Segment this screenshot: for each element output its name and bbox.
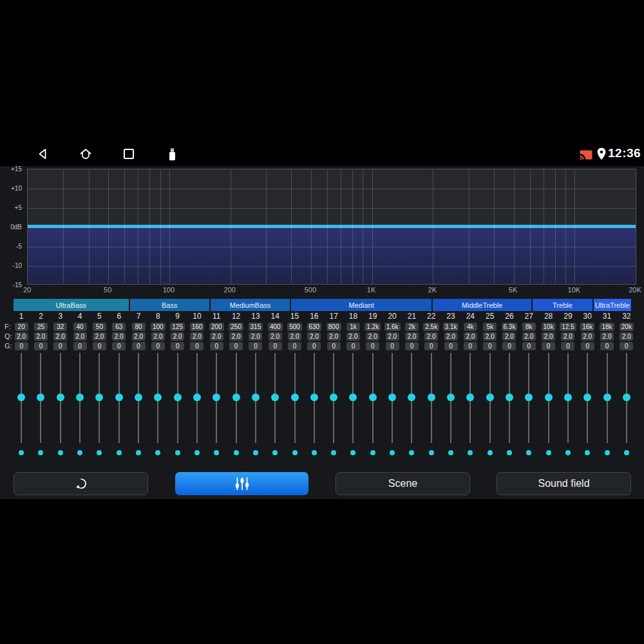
q-value[interactable]: 2.0	[210, 332, 223, 341]
slider-knob[interactable]	[135, 393, 142, 401]
g-value[interactable]: 0	[34, 342, 48, 350]
g-value[interactable]: 0	[73, 342, 87, 350]
slider-dot-indicator[interactable]	[390, 450, 395, 455]
q-value[interactable]: 2.0	[34, 332, 48, 341]
reset-button[interactable]	[14, 472, 148, 495]
f-value[interactable]: 630	[307, 323, 322, 331]
q-value[interactable]: 2.0	[464, 332, 477, 341]
slider-dot-indicator[interactable]	[175, 450, 180, 455]
f-value[interactable]: 10k	[542, 323, 556, 331]
slider-dot-indicator[interactable]	[350, 450, 355, 455]
q-value[interactable]: 2.0	[132, 332, 146, 341]
g-value[interactable]: 0	[132, 342, 146, 350]
gain-slider[interactable]	[265, 353, 285, 443]
f-value[interactable]: 63	[112, 323, 126, 331]
g-value[interactable]: 0	[269, 342, 282, 350]
recents-icon[interactable]	[122, 147, 136, 161]
gain-slider[interactable]	[324, 353, 343, 443]
slider-dot-indicator[interactable]	[585, 450, 590, 455]
g-value[interactable]: 0	[307, 342, 321, 350]
q-value[interactable]: 2.0	[483, 332, 497, 341]
slider-dot-indicator[interactable]	[468, 450, 473, 455]
f-value[interactable]: 16k	[580, 323, 594, 331]
slider-knob[interactable]	[466, 393, 474, 401]
f-value[interactable]: 2k	[405, 323, 419, 331]
slider-knob[interactable]	[545, 393, 553, 401]
sound-field-button[interactable]: Sound field	[497, 472, 631, 495]
g-value[interactable]: 0	[405, 342, 419, 350]
slider-knob[interactable]	[17, 393, 25, 401]
g-value[interactable]: 0	[424, 342, 438, 350]
q-value[interactable]: 2.0	[171, 332, 184, 341]
g-value[interactable]: 0	[483, 342, 497, 350]
q-value[interactable]: 2.0	[405, 332, 419, 341]
f-value[interactable]: 20	[15, 323, 28, 331]
q-value[interactable]: 2.0	[542, 332, 555, 341]
gain-slider[interactable]	[597, 353, 616, 443]
slider-dot-indicator[interactable]	[507, 450, 512, 455]
f-value[interactable]: 500	[287, 323, 302, 331]
f-value[interactable]: 50	[93, 323, 106, 331]
g-value[interactable]: 0	[464, 342, 477, 350]
gain-slider[interactable]	[617, 353, 636, 443]
q-value[interactable]: 2.0	[112, 332, 126, 341]
q-value[interactable]: 2.0	[366, 332, 379, 341]
q-value[interactable]: 2.0	[502, 332, 516, 341]
slider-dot-indicator[interactable]	[214, 450, 219, 455]
q-value[interactable]: 2.0	[522, 332, 536, 341]
gain-slider[interactable]	[441, 353, 460, 443]
q-value[interactable]: 2.0	[93, 332, 106, 341]
slider-knob[interactable]	[174, 393, 182, 401]
q-value[interactable]: 2.0	[327, 332, 341, 341]
g-value[interactable]: 0	[229, 342, 243, 350]
f-value[interactable]: 1.6k	[384, 323, 401, 331]
f-value[interactable]: 6.3k	[502, 323, 518, 331]
slider-knob[interactable]	[388, 393, 396, 401]
gain-slider[interactable]	[285, 353, 304, 443]
gain-slider[interactable]	[383, 353, 402, 443]
slider-knob[interactable]	[252, 393, 260, 401]
g-value[interactable]: 0	[327, 342, 341, 350]
g-value[interactable]: 0	[522, 342, 536, 350]
gain-slider[interactable]	[363, 353, 383, 443]
back-icon[interactable]	[36, 147, 50, 161]
gain-slider[interactable]	[422, 353, 441, 443]
f-value[interactable]: 125	[170, 323, 185, 331]
q-value[interactable]: 2.0	[190, 332, 204, 341]
f-value[interactable]: 250	[229, 323, 243, 331]
gain-slider[interactable]	[343, 353, 363, 443]
equalizer-button[interactable]	[175, 472, 308, 495]
f-value[interactable]: 1k	[346, 323, 360, 331]
gain-slider[interactable]	[129, 353, 148, 443]
gain-slider[interactable]	[460, 353, 480, 443]
slider-knob[interactable]	[623, 393, 630, 401]
f-value[interactable]: 400	[268, 323, 283, 331]
g-value[interactable]: 0	[620, 342, 633, 350]
gain-slider[interactable]	[226, 353, 245, 443]
q-value[interactable]: 2.0	[73, 332, 87, 341]
slider-knob[interactable]	[564, 393, 572, 401]
slider-knob[interactable]	[349, 393, 357, 401]
f-value[interactable]: 4k	[464, 323, 477, 331]
slider-knob[interactable]	[310, 393, 318, 401]
home-icon[interactable]	[79, 147, 93, 161]
slider-dot-indicator[interactable]	[136, 450, 141, 455]
slider-dot-indicator[interactable]	[97, 450, 102, 455]
slider-dot-indicator[interactable]	[58, 450, 63, 455]
g-value[interactable]: 0	[346, 342, 360, 350]
slider-dot-indicator[interactable]	[194, 450, 200, 455]
f-value[interactable]: 800	[327, 323, 341, 331]
slider-knob[interactable]	[447, 393, 455, 401]
slider-dot-indicator[interactable]	[488, 450, 493, 455]
slider-dot-indicator[interactable]	[234, 450, 239, 455]
q-value[interactable]: 2.0	[269, 332, 282, 341]
slider-knob[interactable]	[486, 393, 494, 401]
slider-knob[interactable]	[154, 393, 162, 401]
g-value[interactable]: 0	[581, 342, 594, 350]
slider-dot-indicator[interactable]	[117, 450, 122, 455]
slider-dot-indicator[interactable]	[312, 450, 317, 455]
f-value[interactable]: 32	[53, 323, 67, 331]
f-value[interactable]: 160	[190, 323, 205, 331]
f-value[interactable]: 18k	[600, 323, 614, 331]
slider-dot-indicator[interactable]	[526, 450, 531, 455]
